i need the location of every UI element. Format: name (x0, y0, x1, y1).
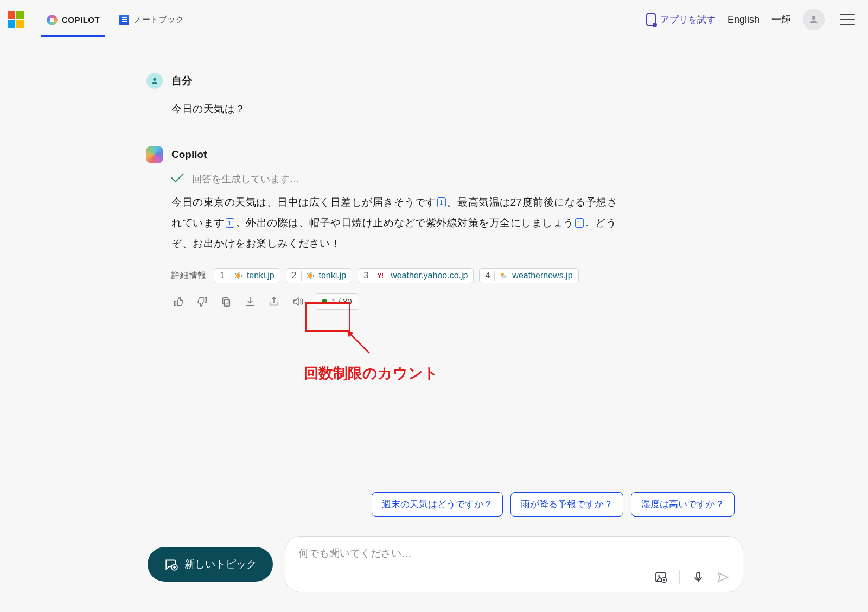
new-topic-label: 新しいトピック (184, 557, 257, 571)
suggestion-chip-3[interactable]: 湿度は高いですか？ (631, 492, 735, 517)
weathernews-favicon-icon (499, 271, 508, 280)
svg-marker-12 (347, 331, 354, 337)
tab-notebook[interactable]: ノートブック (119, 3, 184, 37)
tenki-favicon-icon (234, 271, 242, 280)
source-chip-1[interactable]: 1 tenki.jp (214, 268, 280, 283)
source-chip-4[interactable]: 4 weathernews.jp (479, 268, 578, 283)
tenki-favicon-icon (306, 271, 315, 280)
source-chip-3[interactable]: 3 Y! weather.yahoo.co.jp (358, 268, 474, 283)
suggestion-chip-1[interactable]: 週末の天気はどうですか？ (372, 492, 503, 517)
new-topic-button[interactable]: 新しいトピック (148, 547, 273, 582)
header: COPILOT ノートブック アプリを試す English 一輝 (0, 0, 868, 39)
svg-point-15 (658, 575, 660, 577)
yahoo-favicon-icon: Y! (378, 271, 386, 280)
compose-input[interactable] (298, 547, 730, 559)
user-message-text: 今日の天気は？ (171, 99, 618, 119)
citation-2[interactable]: 1 (226, 218, 234, 228)
image-attach-icon[interactable] (654, 571, 667, 584)
chat-column: 自分 今日の天気は？ Copilot 回答を生成しています… 今日の東京の天気は… (146, 73, 618, 310)
send-icon[interactable] (717, 571, 730, 584)
suggestion-chip-2[interactable]: 雨が降る予報ですか？ (510, 492, 623, 517)
source-chip-2[interactable]: 2 tenki.jp (286, 268, 353, 283)
svg-point-0 (812, 16, 816, 20)
phone-icon (646, 13, 656, 26)
compose-tools (298, 570, 730, 584)
suggestion-row: 週末の天気はどうですか？ 雨が降る予報ですか？ 湿度は高いですか？ (372, 492, 735, 517)
svg-point-8 (501, 275, 507, 278)
menu-icon[interactable] (840, 14, 855, 25)
copilot-avatar-icon (146, 146, 163, 163)
green-dot-icon (322, 299, 327, 304)
tab-copilot-label: COPILOT (62, 15, 100, 24)
annotation-arrow-icon (345, 329, 372, 356)
user-avatar-icon (146, 73, 163, 89)
svg-rect-9 (224, 299, 229, 306)
bot-name: Copilot (171, 149, 207, 161)
copy-button[interactable] (219, 295, 233, 309)
response-actions: 1 / 30 (171, 293, 618, 310)
language-link[interactable]: English (727, 14, 760, 25)
svg-rect-17 (697, 572, 700, 578)
citation-3[interactable]: 1 (575, 218, 584, 228)
detail-label: 詳細情報 (171, 270, 206, 282)
like-button[interactable] (171, 295, 186, 309)
header-tabs: COPILOT ノートブック (47, 3, 184, 37)
person-icon (808, 14, 819, 25)
microsoft-logo-icon[interactable] (8, 11, 24, 28)
username-label: 一輝 (771, 13, 791, 26)
compose-box (285, 536, 743, 592)
turn-count-chip: 1 / 30 (315, 293, 359, 310)
share-button[interactable] (267, 295, 281, 309)
header-right: アプリを試す English 一輝 (646, 9, 864, 30)
try-app-label: アプリを試す (660, 14, 716, 26)
sources-row: 詳細情報 1 tenki.jp 2 tenki.jp 3 Y! weather.… (171, 268, 618, 283)
citation-1[interactable]: 1 (437, 197, 446, 207)
turn-count-text: 1 / 30 (331, 297, 352, 306)
svg-text:Y!: Y! (378, 272, 384, 279)
bot-message-block: Copilot 回答を生成しています… 今日の東京の天気は、日中は広く日差しが届… (146, 146, 618, 310)
annotation-caption: 回数制限のカウント (304, 364, 438, 383)
mic-icon[interactable] (692, 571, 705, 584)
tab-copilot[interactable]: COPILOT (47, 3, 100, 37)
svg-line-11 (349, 333, 369, 353)
dislike-button[interactable] (195, 295, 209, 309)
notebook-icon (119, 15, 129, 25)
copilot-icon (47, 15, 58, 25)
bot-response: 今日の東京の天気は、日中は広く日差しが届きそうです1。最高気温は27度前後になる… (171, 192, 618, 254)
svg-point-2 (236, 273, 240, 278)
svg-point-4 (308, 273, 312, 278)
avatar[interactable] (803, 9, 825, 30)
generating-row: 回答を生成しています… (171, 173, 618, 186)
user-message-block: 自分 今日の天気は？ (146, 73, 618, 119)
check-icon (171, 174, 184, 184)
try-app-link[interactable]: アプリを試す (646, 13, 716, 26)
generating-label: 回答を生成しています… (192, 173, 299, 186)
tab-notebook-label: ノートブック (133, 15, 184, 25)
user-name: 自分 (171, 74, 192, 88)
svg-rect-10 (223, 297, 228, 304)
svg-point-1 (153, 78, 156, 81)
read-aloud-button[interactable] (291, 295, 305, 309)
new-topic-icon (164, 557, 178, 571)
bottom-bar: 新しいトピック (148, 536, 743, 592)
download-button[interactable] (243, 295, 257, 309)
compose-divider (679, 570, 680, 584)
